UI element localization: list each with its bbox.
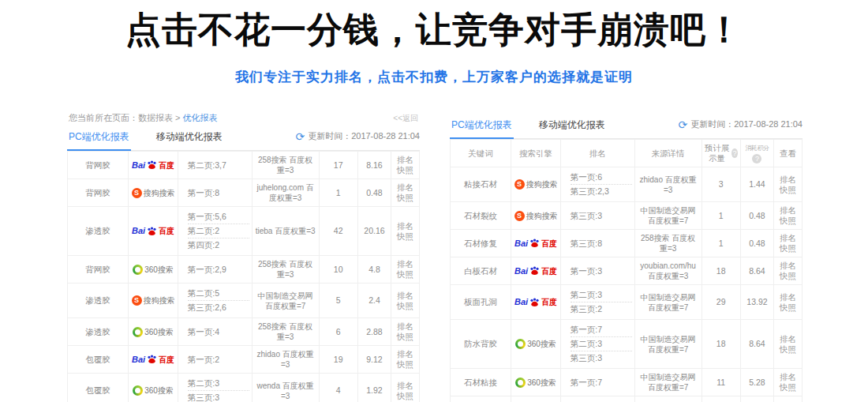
view-cell: 排名快照 bbox=[391, 207, 420, 255]
update-time-2: ⟳ 更新时间：2017-08-28 21:04 bbox=[678, 117, 803, 130]
help-icon[interactable]: ? bbox=[731, 148, 737, 158]
keyword-cell: 背网胶 bbox=[67, 152, 129, 178]
impressions-cell: 3 bbox=[702, 167, 741, 201]
source-cell: youbian.com/hu 百度权重=3 bbox=[635, 257, 702, 284]
report-tabs: PC端优化报表 移动端优化报表 ⟳ 更新时间：2017-08-28 21:04 bbox=[67, 129, 420, 151]
table-row: AB面胶Bai百度第一页:10第二页:1,2,7,8第三页:6258搜索 百度权… bbox=[450, 396, 803, 402]
refresh-icon-2[interactable]: ⟳ bbox=[678, 120, 687, 130]
keyword-cell: 白板石材 bbox=[450, 257, 511, 284]
rank-snapshot-link[interactable]: 排名快照 bbox=[394, 155, 417, 175]
points-cell: 4.8 bbox=[358, 256, 391, 283]
source-cell: 中国制造交易网 百度权重=7 bbox=[635, 369, 702, 396]
360-search-logo: 360搜索 bbox=[133, 265, 174, 275]
impressions-cell: 11 bbox=[702, 369, 741, 396]
impressions-cell: 18 bbox=[702, 257, 741, 284]
points-cell: 2.88 bbox=[358, 318, 391, 345]
sogou-logo: S搜狗搜索 bbox=[132, 295, 175, 306]
baidu-logo: Bai百度 bbox=[132, 160, 174, 171]
rank-snapshot-link[interactable]: 排名快照 bbox=[776, 372, 799, 393]
keyword-cell: 背网胶 bbox=[67, 179, 129, 206]
rank-snapshot-link[interactable]: 排名快照 bbox=[776, 334, 799, 355]
table-row: 背网胶360搜索第一页:2,9258搜索 百度权重=3104.8排名快照 bbox=[67, 256, 420, 284]
impressions-cell: 10 bbox=[320, 256, 358, 283]
rank-snapshot-link[interactable]: 排名快照 bbox=[776, 261, 799, 281]
engine-cell: Bai百度 bbox=[511, 396, 561, 402]
rank-cell: 第一页:5,6第二页:2第四页:2 bbox=[178, 207, 253, 255]
rank-snapshot-link[interactable]: 排名快照 bbox=[776, 175, 799, 195]
360-icon bbox=[133, 327, 143, 337]
keyword-cell: 包覆胶 bbox=[67, 346, 129, 373]
rank-snapshot-link[interactable]: 排名快照 bbox=[394, 291, 417, 311]
back-link[interactable]: <<返回 bbox=[393, 113, 418, 124]
points-cell: 0.48 bbox=[358, 179, 391, 206]
rank-cell: 第二页:3第三页:3 bbox=[178, 374, 253, 402]
rank-snapshot-link[interactable]: 排名快照 bbox=[394, 381, 417, 401]
pc-report-panel-2: PC端优化报表 移动端优化报表 ⟳ 更新时间：2017-08-28 21:04 … bbox=[450, 117, 803, 402]
view-cell: 排名快照 bbox=[391, 346, 420, 373]
source-cell: 中国制造交易网 百度权重=7 bbox=[635, 320, 702, 368]
sogou-logo: S搜狗搜索 bbox=[514, 211, 558, 221]
rank-snapshot-link[interactable]: 排名快照 bbox=[776, 205, 799, 226]
rank-line: 第一页:7 bbox=[571, 323, 632, 336]
source-cell: tieba 百度权重=3 bbox=[253, 207, 320, 255]
impressions-cell: 5 bbox=[320, 284, 358, 317]
engine-cell: S搜狗搜索 bbox=[511, 167, 561, 201]
refresh-icon[interactable]: ⟳ bbox=[295, 132, 305, 141]
baidu-logo: Bai百度 bbox=[514, 297, 557, 307]
tab-mobile-report[interactable]: 移动端优化报表 bbox=[155, 129, 224, 149]
rank-line: 第二页:3 bbox=[571, 336, 632, 351]
tab-mobile-report-2[interactable]: 移动端优化报表 bbox=[537, 117, 607, 137]
sogou-logo-text: 搜狗搜索 bbox=[144, 295, 175, 306]
360-icon bbox=[515, 339, 526, 349]
rank-snapshot-link[interactable]: 排名快照 bbox=[776, 233, 799, 254]
360-search-logo: 360搜索 bbox=[515, 378, 556, 388]
sogou-logo: S搜狗搜索 bbox=[132, 188, 175, 198]
source-cell: 258搜索 百度权重=3 bbox=[635, 396, 702, 402]
rank-line: 第二页:5 bbox=[188, 287, 249, 300]
engine-cell: Bai百度 bbox=[129, 152, 178, 178]
rank-snapshot-link[interactable]: 排名快照 bbox=[394, 259, 417, 280]
engine-cell: Bai百度 bbox=[129, 207, 178, 255]
tab-pc-report[interactable]: PC端优化报表 bbox=[67, 129, 131, 151]
breadcrumb-current-link[interactable]: 优化报表 bbox=[183, 113, 218, 122]
tab-pc-report-2[interactable]: PC端优化报表 bbox=[450, 117, 514, 139]
view-cell: 排名快照 bbox=[391, 284, 420, 317]
baidu-logo-text: Bai bbox=[514, 297, 528, 307]
table-row: 包覆胶Bai百度第一页:2zhidao 百度权重=3199.12排名快照 bbox=[67, 346, 420, 374]
sogou-logo-text: 搜狗搜索 bbox=[526, 179, 558, 190]
rank-snapshot-link[interactable]: 排名快照 bbox=[394, 349, 417, 370]
rank-snapshot-link[interactable]: 排名快照 bbox=[394, 321, 417, 342]
view-cell: 排名快照 bbox=[391, 318, 420, 345]
rank-snapshot-link[interactable]: 排名快照 bbox=[394, 221, 417, 242]
impressions-cell: 1 bbox=[320, 179, 358, 206]
engine-cell: 360搜索 bbox=[511, 369, 561, 396]
rank-line: 第三页:2 bbox=[571, 302, 632, 316]
source-cell: 258搜索 百度权重=3 bbox=[253, 256, 320, 283]
engine-cell: S搜狗搜索 bbox=[129, 284, 178, 317]
baidu-paw-icon bbox=[529, 239, 540, 248]
col-view: 查看 bbox=[774, 140, 803, 167]
view-cell: 排名快照 bbox=[774, 396, 803, 402]
engine-cell: 360搜索 bbox=[511, 320, 561, 368]
view-cell: 排名快照 bbox=[391, 179, 420, 206]
view-cell: 排名快照 bbox=[774, 285, 803, 319]
table-row: 石材修复Bai百度第三页:8258搜索 百度权重=310.48排名快照 bbox=[450, 230, 803, 257]
table-row: 粘接石材S搜狗搜索第一页:6第三页:2,3zhidao 百度权重=331.44排… bbox=[450, 167, 803, 202]
baidu-logo-text: Bai bbox=[514, 239, 528, 249]
points-cell: 8.64 bbox=[741, 257, 774, 284]
engine-cell: 360搜索 bbox=[129, 256, 178, 283]
rank-snapshot-link[interactable]: 排名快照 bbox=[776, 292, 799, 313]
impressions-cell: 39 bbox=[702, 396, 741, 402]
rank-snapshot-link[interactable]: 排名快照 bbox=[394, 182, 417, 203]
breadcrumb: 您当前所在页面：数据报表 > 优化报表 <<返回 bbox=[67, 111, 420, 129]
report-tabs-2: PC端优化报表 移动端优化报表 ⟳ 更新时间：2017-08-28 21:04 bbox=[450, 117, 803, 139]
keyword-cell: 板面孔洞 bbox=[450, 285, 511, 319]
col-engine: 搜索引擎 bbox=[511, 140, 561, 167]
rank-line: 第三页:3 bbox=[571, 209, 632, 223]
col-source: 来源详情 bbox=[635, 140, 702, 167]
table-row: 渗透胶Bai百度第一页:5,6第二页:2第四页:2tieba 百度权重=3422… bbox=[67, 207, 420, 256]
baidu-logo: Bai百度 bbox=[514, 266, 557, 276]
points-cell: 0.48 bbox=[741, 202, 774, 229]
rank-line: 第一页:4 bbox=[188, 325, 249, 339]
help-icon[interactable]: ? bbox=[752, 154, 761, 163]
